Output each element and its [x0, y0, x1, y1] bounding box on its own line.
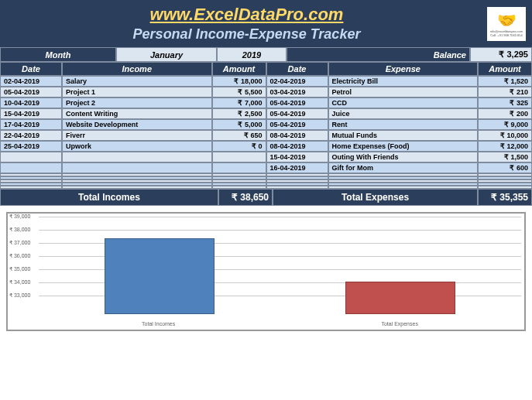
cell-income-amount[interactable]: ₹ 7,000: [212, 97, 266, 108]
table-row[interactable]: 17-04-2019Website Development₹ 5,00005-0…: [0, 119, 532, 130]
table-row[interactable]: 22-04-2019Fiverr₹ 65008-04-2019Mutual Fu…: [0, 130, 532, 141]
cell-expense-desc[interactable]: Mutual Funds: [328, 130, 479, 141]
cell-income-date[interactable]: 02-04-2019: [0, 76, 62, 87]
y-tick: ₹ 35,000: [9, 266, 30, 272]
th-expense-amount: Amount: [478, 62, 532, 76]
cell-income-amount[interactable]: ₹ 0: [212, 141, 266, 152]
chart-x-labels: Total Incomes Total Expenses: [39, 321, 521, 326]
cell-income-amount[interactable]: ₹ 18,000: [212, 76, 266, 87]
cell-income-desc[interactable]: [62, 162, 212, 173]
cell-income-amount[interactable]: ₹ 5,500: [212, 87, 266, 97]
cell-income-desc[interactable]: Project 1: [62, 87, 212, 97]
total-income-label: Total Incomes: [0, 189, 218, 206]
y-tick: ₹ 37,000: [9, 240, 30, 246]
cell-income-desc[interactable]: Salary: [62, 76, 212, 87]
cell-expense-date[interactable]: 08-04-2019: [266, 130, 328, 141]
cell-income-date[interactable]: 15-04-2019: [0, 108, 62, 119]
logo: 🤝 info@exceldatapro.com Call: +91 968 70…: [487, 7, 526, 41]
table-row[interactable]: 10-04-2019Project 2₹ 7,00005-04-2019CCD₹…: [0, 97, 532, 108]
cell-expense-desc[interactable]: Electricity Bill: [328, 76, 479, 87]
header-text: www.ExcelDataPro.com Personal Income-Exp…: [6, 5, 487, 43]
column-headers: Date Income Amount Date Expense Amount: [0, 62, 532, 76]
cell-expense-desc[interactable]: Outing With Friends: [328, 152, 479, 162]
cell-income-desc[interactable]: Content Writing: [62, 108, 212, 119]
cell-income-date[interactable]: 10-04-2019: [0, 97, 62, 108]
cell-income-amount[interactable]: ₹ 2,500: [212, 108, 266, 119]
y-tick: ₹ 39,000: [9, 214, 30, 220]
cell-expense-amount[interactable]: ₹ 1,520: [478, 76, 532, 87]
total-income-value: ₹ 38,650: [218, 189, 273, 206]
bar-income: [105, 238, 215, 314]
balance-label: Balance: [287, 47, 470, 62]
cell-income-amount[interactable]: ₹ 650: [212, 130, 266, 141]
cell-expense-desc[interactable]: CCD: [328, 97, 479, 108]
cell-expense-amount[interactable]: ₹ 12,000: [478, 141, 532, 152]
bar-expense: [345, 282, 455, 314]
cell-expense-desc[interactable]: Gift for Mom: [328, 162, 479, 173]
cell-income-desc[interactable]: [62, 152, 212, 162]
cell-income-desc[interactable]: Upwork: [62, 141, 212, 152]
table-row[interactable]: 02-04-2019Salary₹ 18,00002-04-2019Electr…: [0, 76, 532, 87]
cell-expense-amount[interactable]: ₹ 10,000: [478, 130, 532, 141]
cell-expense-amount[interactable]: ₹ 210: [478, 87, 532, 97]
cell-expense-amount[interactable]: ₹ 600: [478, 162, 532, 173]
balance-value: ₹ 3,295: [470, 47, 532, 62]
table-row[interactable]: 16-04-2019Gift for Mom₹ 600: [0, 162, 532, 173]
cell-expense-amount[interactable]: ₹ 1,500: [478, 152, 532, 162]
cell-expense-desc[interactable]: Home Expenses (Food): [328, 141, 479, 152]
y-tick: ₹ 33,000: [9, 292, 30, 299]
cell-expense-date[interactable]: 05-04-2019: [266, 108, 328, 119]
handshake-icon: 🤝: [497, 11, 517, 29]
cell-expense-amount[interactable]: ₹ 200: [478, 108, 532, 119]
table-row[interactable]: 25-04-2019Upwork₹ 008-04-2019Home Expens…: [0, 141, 532, 152]
cell-expense-amount[interactable]: ₹ 325: [478, 97, 532, 108]
cell-income-amount[interactable]: [212, 152, 266, 162]
cell-income-date[interactable]: 22-04-2019: [0, 130, 62, 141]
header: www.ExcelDataPro.com Personal Income-Exp…: [0, 0, 532, 47]
cell-income-amount[interactable]: [212, 162, 266, 173]
logo-phone: Call: +91 968 7045 654: [490, 33, 522, 37]
year-value[interactable]: 2019: [217, 47, 287, 62]
month-value[interactable]: January: [116, 47, 217, 62]
period-row: Month January 2019 Balance ₹ 3,295: [0, 47, 532, 62]
cell-expense-amount[interactable]: ₹ 9,000: [478, 119, 532, 130]
cell-income-date[interactable]: 05-04-2019: [0, 87, 62, 97]
site-title: www.ExcelDataPro.com: [6, 5, 487, 25]
th-income-desc: Income: [62, 62, 212, 76]
cell-expense-date[interactable]: 08-04-2019: [266, 141, 328, 152]
table-row[interactable]: 05-04-2019Project 1₹ 5,50003-04-2019Petr…: [0, 87, 532, 97]
th-expense-desc: Expense: [328, 62, 479, 76]
totals-row: Total Incomes ₹ 38,650 Total Expenses ₹ …: [0, 189, 532, 206]
data-rows: 02-04-2019Salary₹ 18,00002-04-2019Electr…: [0, 76, 532, 189]
cell-expense-date[interactable]: 05-04-2019: [266, 119, 328, 130]
cell-income-amount[interactable]: ₹ 5,000: [212, 119, 266, 130]
cell-income-desc[interactable]: Fiverr: [62, 130, 212, 141]
th-income-amount: Amount: [212, 62, 266, 76]
y-tick: ₹ 38,000: [9, 227, 30, 233]
cell-expense-date[interactable]: 15-04-2019: [266, 152, 328, 162]
cell-expense-desc[interactable]: Juice: [328, 108, 479, 119]
cell-expense-desc[interactable]: Rent: [328, 119, 479, 130]
chart-bars: [39, 217, 521, 314]
subtitle: Personal Income-Expense Tracker: [6, 26, 487, 43]
cell-income-date[interactable]: 17-04-2019: [0, 119, 62, 130]
cell-expense-date[interactable]: 16-04-2019: [266, 162, 328, 173]
chart: ₹ 33,000₹ 34,000₹ 35,000₹ 36,000₹ 37,000…: [6, 212, 526, 331]
th-income-date: Date: [0, 62, 62, 76]
x-label-expense: Total Expenses: [381, 321, 417, 326]
table-row[interactable]: 15-04-2019Outing With Friends₹ 1,500: [0, 152, 532, 162]
cell-expense-date[interactable]: 05-04-2019: [266, 97, 328, 108]
cell-income-date[interactable]: [0, 162, 62, 173]
month-label: Month: [0, 47, 116, 62]
cell-expense-date[interactable]: 02-04-2019: [266, 76, 328, 87]
table-row[interactable]: 15-04-2019Content Writing₹ 2,50005-04-20…: [0, 108, 532, 119]
cell-income-desc[interactable]: Project 2: [62, 97, 212, 108]
cell-expense-date[interactable]: 03-04-2019: [266, 87, 328, 97]
cell-income-date[interactable]: 25-04-2019: [0, 141, 62, 152]
cell-income-desc[interactable]: Website Development: [62, 119, 212, 130]
y-tick: ₹ 36,000: [9, 253, 30, 259]
cell-income-date[interactable]: [0, 152, 62, 162]
th-expense-date: Date: [266, 62, 328, 76]
x-label-income: Total Incomes: [142, 321, 175, 326]
cell-expense-desc[interactable]: Petrol: [328, 87, 479, 97]
